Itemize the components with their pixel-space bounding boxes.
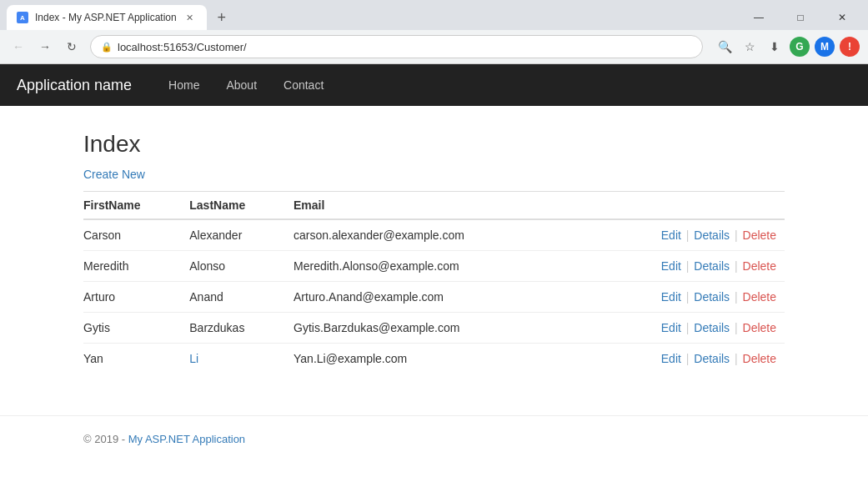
- tab-label: Index - My ASP.NET Application: [35, 12, 177, 23]
- cell-firstname: Meredith: [83, 251, 189, 282]
- tab-close-button[interactable]: ✕: [183, 11, 197, 24]
- edit-link[interactable]: Edit: [661, 321, 681, 334]
- footer-text: © 2019 -: [83, 433, 128, 445]
- separator-2: |: [735, 290, 741, 304]
- profile-m-button[interactable]: M: [813, 35, 836, 58]
- bookmark-icon-button[interactable]: ☆: [738, 35, 761, 58]
- download-icon-button[interactable]: ⬇: [763, 35, 786, 58]
- back-button[interactable]: ←: [7, 35, 30, 58]
- details-link[interactable]: Details: [694, 259, 730, 273]
- separator-1: |: [686, 259, 693, 273]
- nav-link-home[interactable]: Home: [157, 72, 211, 98]
- cell-lastname: Li: [189, 344, 294, 374]
- browser-chrome: A Index - My ASP.NET Application ✕ + — □…: [0, 0, 868, 64]
- edit-link[interactable]: Edit: [661, 228, 681, 242]
- separator-1: |: [686, 352, 693, 365]
- delete-link[interactable]: Delete: [743, 352, 776, 365]
- cell-lastname: Alonso: [189, 251, 294, 282]
- cell-firstname: Carson: [83, 219, 189, 251]
- maximize-button[interactable]: □: [781, 5, 820, 30]
- cell-lastname: Barzdukas: [189, 313, 294, 344]
- lock-icon: 🔒: [101, 42, 113, 53]
- delete-link[interactable]: Delete: [743, 228, 776, 242]
- cell-email: Meredith.Alonso@example.com: [294, 251, 585, 282]
- app-brand: Application name: [17, 77, 132, 94]
- close-button[interactable]: ✕: [823, 5, 861, 30]
- details-link[interactable]: Details: [694, 321, 730, 334]
- table-row: MeredithAlonsoMeredith.Alonso@example.co…: [83, 251, 785, 282]
- delete-link[interactable]: Delete: [743, 259, 776, 273]
- refresh-button[interactable]: ↻: [60, 35, 83, 58]
- window-controls: — □ ✕: [740, 5, 861, 30]
- details-link[interactable]: Details: [694, 290, 730, 304]
- delete-link[interactable]: Delete: [743, 290, 776, 304]
- details-link[interactable]: Details: [694, 228, 730, 242]
- minimize-button[interactable]: —: [740, 5, 778, 30]
- table-row: ArturoAnandArturo.Anand@example.com Edit…: [83, 282, 785, 313]
- app-nav-links: Home About Contact: [157, 72, 335, 98]
- separator-1: |: [686, 290, 693, 304]
- cell-actions: Edit | Details | Delete: [585, 282, 785, 313]
- create-new-link[interactable]: Create New: [83, 168, 145, 181]
- delete-link[interactable]: Delete: [743, 321, 776, 334]
- page-title: Index: [83, 131, 785, 158]
- nav-link-contact[interactable]: Contact: [272, 72, 335, 98]
- cell-actions: Edit | Details | Delete: [585, 313, 785, 344]
- page-footer: © 2019 - My ASP.NET Application: [0, 415, 868, 462]
- separator-1: |: [686, 321, 693, 334]
- cell-email: Gytis.Barzdukas@example.com: [294, 313, 585, 344]
- cell-firstname: Yan: [83, 344, 189, 374]
- cell-email: carson.alexander@example.com: [294, 219, 585, 251]
- table-row: GytisBarzdukasGytis.Barzdukas@example.co…: [83, 313, 785, 344]
- new-tab-button[interactable]: +: [210, 6, 233, 29]
- edit-link[interactable]: Edit: [661, 259, 681, 273]
- separator-2: |: [735, 259, 741, 273]
- header-email: Email: [294, 192, 585, 219]
- profile-g-button[interactable]: G: [788, 35, 811, 58]
- lastname-link[interactable]: Li: [189, 352, 198, 365]
- header-firstname: FirstName: [83, 192, 189, 219]
- address-bar[interactable]: 🔒 localhost:51653/Customer/: [90, 35, 703, 58]
- avatar-g: G: [790, 37, 810, 57]
- app-navbar: Application name Home About Contact: [0, 64, 868, 106]
- avatar-m: M: [815, 37, 835, 57]
- cell-actions: Edit | Details | Delete: [585, 219, 785, 251]
- toolbar-icons: 🔍 ☆ ⬇ G M !: [713, 35, 861, 58]
- cell-firstname: Arturo: [83, 282, 189, 313]
- details-link[interactable]: Details: [694, 352, 730, 365]
- tab-favicon: A: [17, 12, 28, 23]
- table-header-row: FirstName LastName Email: [83, 192, 785, 219]
- separator-2: |: [735, 352, 741, 365]
- avatar-r: !: [840, 37, 860, 57]
- table-row: YanLiYan.Li@example.com Edit | Details |…: [83, 344, 785, 374]
- edit-link[interactable]: Edit: [661, 352, 681, 365]
- cell-actions: Edit | Details | Delete: [585, 251, 785, 282]
- cell-email: Arturo.Anand@example.com: [294, 282, 585, 313]
- separator-2: |: [735, 228, 741, 242]
- url-text: localhost:51653/Customer/: [118, 41, 692, 53]
- search-icon-button[interactable]: 🔍: [713, 35, 736, 58]
- cell-firstname: Gytis: [83, 313, 189, 344]
- table-row: CarsonAlexandercarson.alexander@example.…: [83, 219, 785, 251]
- footer-link[interactable]: My ASP.NET Application: [128, 433, 245, 445]
- page-content: Index Create New FirstName LastName Emai…: [0, 106, 868, 399]
- customer-table: FirstName LastName Email CarsonAlexander…: [83, 192, 785, 374]
- browser-toolbar: ← → ↻ 🔒 localhost:51653/Customer/ 🔍 ☆ ⬇ …: [0, 30, 868, 63]
- nav-link-about[interactable]: About: [214, 72, 268, 98]
- separator-1: |: [686, 228, 693, 242]
- edit-link[interactable]: Edit: [661, 290, 681, 304]
- cell-actions: Edit | Details | Delete: [585, 344, 785, 374]
- forward-button[interactable]: →: [33, 35, 57, 58]
- title-bar: A Index - My ASP.NET Application ✕ + — □…: [0, 0, 868, 30]
- cell-lastname: Anand: [189, 282, 294, 313]
- cell-email: Yan.Li@example.com: [294, 344, 585, 374]
- profile-r-button[interactable]: !: [838, 35, 861, 58]
- cell-lastname: Alexander: [189, 219, 294, 251]
- header-actions: [585, 192, 785, 219]
- header-lastname: LastName: [189, 192, 294, 219]
- browser-tab[interactable]: A Index - My ASP.NET Application ✕: [7, 5, 207, 30]
- separator-2: |: [735, 321, 741, 334]
